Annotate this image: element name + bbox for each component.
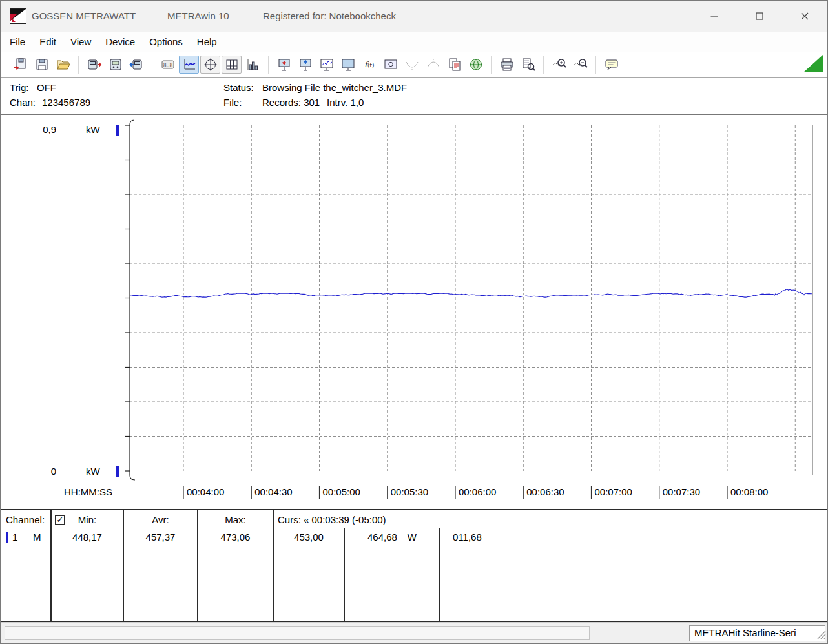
toolbar-separator <box>491 56 492 74</box>
menu-edit[interactable]: Edit <box>32 33 63 50</box>
formula-icon[interactable]: f(t) <box>359 56 379 74</box>
row-cursor-delta-value: 011,68 <box>453 532 482 543</box>
x-tick-label: 00:06:00 <box>459 486 496 497</box>
titlebar-vendor: GOSSEN METRAWATT <box>32 10 136 21</box>
table-view-icon[interactable] <box>222 56 242 74</box>
header-min[interactable]: Min: <box>52 514 122 525</box>
row-avr-value: 457,37 <box>125 532 196 543</box>
menu-options[interactable]: Options <box>142 33 190 50</box>
app-logo-icon <box>10 8 26 24</box>
menu-view[interactable]: View <box>63 33 98 50</box>
x-tick-label: 00:04:30 <box>254 486 292 497</box>
print-preview-icon[interactable] <box>518 56 538 74</box>
titlebar-app-name: METRAwin 10 <box>167 10 229 21</box>
menubar: File Edit View Device Options Help <box>1 32 827 52</box>
row-min-value: 448,17 <box>52 532 122 543</box>
column-divider <box>197 510 198 621</box>
menu-file[interactable]: File <box>3 33 32 50</box>
import-file-icon[interactable] <box>10 56 30 74</box>
open-file-icon[interactable] <box>53 56 73 74</box>
x-tick-label: 00:07:30 <box>663 486 700 497</box>
header-channel: Channel: <box>6 514 45 525</box>
toolbar-group <box>601 56 622 74</box>
column-divider <box>439 528 440 621</box>
x-tick-label: 00:05:00 <box>323 486 360 497</box>
histogram-view-icon[interactable] <box>243 56 263 74</box>
file-label: File: <box>223 97 242 108</box>
device-upload-icon[interactable] <box>295 56 315 74</box>
row-cursor-a-value: 453,00 <box>274 532 343 543</box>
y-axis-top-unit: kW <box>86 124 100 135</box>
close-button[interactable] <box>782 1 827 32</box>
header-avr[interactable]: Avr: <box>125 514 196 525</box>
copy-data-icon[interactable] <box>444 56 464 74</box>
online-update-icon[interactable] <box>466 56 486 74</box>
snapshot-icon[interactable] <box>380 56 400 74</box>
toolbar-group <box>83 56 147 74</box>
monitor-icon[interactable] <box>338 56 358 74</box>
device-download-icon[interactable] <box>274 56 294 74</box>
toolbar-separator <box>268 56 269 74</box>
y-axis-bottom-unit: kW <box>86 466 100 477</box>
cursor-header-divider <box>273 528 827 528</box>
live-chart-icon[interactable] <box>316 56 336 74</box>
toolbar-group <box>496 56 539 74</box>
zoom-out-icon[interactable] <box>570 56 590 74</box>
row-cursor-b-unit: W <box>408 532 417 543</box>
toolbar-separator <box>543 56 544 74</box>
svg-text:8.8: 8.8 <box>163 63 172 68</box>
column-divider <box>123 510 124 621</box>
window-controls <box>692 1 827 32</box>
chart-area: 0,9 kW 0 kW HH:MM:SS 00:04:0000:04:3000:… <box>1 115 827 509</box>
header-cursor: Curs: « 00:03:39 (-05:00) <box>278 514 386 525</box>
x-tick-label: 00:05:30 <box>391 486 428 497</box>
column-divider <box>273 510 274 621</box>
status-value: Browsing File the_witcher_3.MDF <box>262 82 407 93</box>
toolbar-separator <box>152 56 152 74</box>
measurement-pane: Channel: ✓ Min: Avr: Max: Curs: « 00:03:… <box>1 509 827 622</box>
file-interval: Intrv. 1,0 <box>327 97 364 108</box>
info-panel: Trig: OFF Chan: 123456789 Status: Browsi… <box>1 78 827 115</box>
resize-grip[interactable] <box>817 630 826 642</box>
device-view-icon[interactable] <box>105 56 125 74</box>
toolbar-separator <box>595 56 596 74</box>
toolbar-group: 8.8 <box>157 56 264 74</box>
zoom-in-icon[interactable] <box>549 56 569 74</box>
chan-value: 123456789 <box>42 97 90 108</box>
xy-view-icon[interactable] <box>200 56 220 74</box>
row-cursor-b: 464,68 W <box>346 532 439 543</box>
toolbar: 8.8f(t) <box>1 52 827 78</box>
status-label: Status: <box>223 82 254 93</box>
x-tick-label: 00:06:30 <box>526 486 564 497</box>
max-curve-icon <box>423 56 443 74</box>
statusbar: METRAHit Starline-Seri <box>1 622 827 643</box>
column-divider <box>50 510 52 621</box>
device-read-icon[interactable] <box>84 56 104 74</box>
print-icon[interactable] <box>497 56 517 74</box>
y-axis-bottom-value: 0 <box>26 466 56 477</box>
header-max[interactable]: Max: <box>199 514 272 525</box>
channel-marker-bottom-icon <box>116 466 119 477</box>
maximize-button[interactable] <box>737 1 782 32</box>
chart-plot[interactable] <box>1 115 828 509</box>
x-tick-label: 00:04:00 <box>187 486 224 497</box>
file-records: Records: 301 <box>262 97 320 108</box>
menu-help[interactable]: Help <box>190 33 224 50</box>
menu-device[interactable]: Device <box>98 33 142 50</box>
note-icon[interactable] <box>601 56 621 74</box>
row-max-value: 473,06 <box>199 532 272 543</box>
minimize-button[interactable] <box>692 1 737 32</box>
trig-label: Trig: <box>10 82 28 93</box>
x-tick-label: 00:07:00 <box>595 486 632 497</box>
titlebar[interactable]: GOSSEN METRAWATT METRAwin 10 Registered … <box>1 1 827 32</box>
save-file-icon[interactable] <box>32 56 52 74</box>
multimeter-view-icon[interactable]: 8.8 <box>158 56 178 74</box>
metrawin-window: GOSSEN METRAWATT METRAwin 10 Registered … <box>0 0 828 644</box>
channel-color-marker <box>6 532 8 543</box>
x-tick-label: 00:08:00 <box>730 486 768 497</box>
channel-marker-top-icon <box>116 125 119 136</box>
device-export-icon[interactable] <box>127 56 147 74</box>
min-curve-icon <box>402 56 422 74</box>
chart-view-icon[interactable] <box>179 56 199 74</box>
toolbar-group <box>10 56 74 74</box>
